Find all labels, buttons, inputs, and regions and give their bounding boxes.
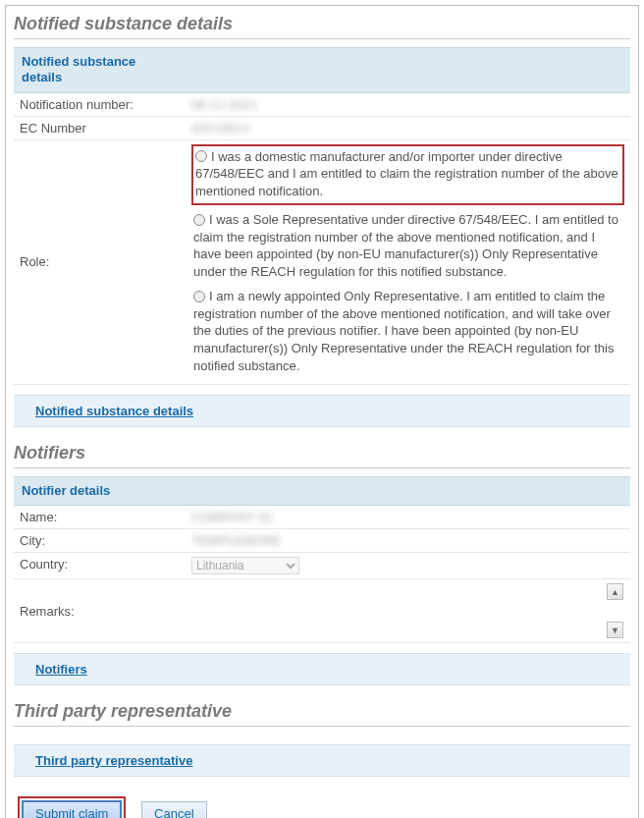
- notified-substance-details-link[interactable]: Notified substance details: [35, 404, 193, 418]
- radio-icon[interactable]: [193, 291, 205, 302]
- radio-icon[interactable]: [195, 150, 207, 162]
- role-option-text: I was a domestic manufacturer and/or imp…: [195, 149, 618, 198]
- sub-header-notifier-details: Notifier details: [14, 476, 630, 506]
- notifiers-link[interactable]: Notifiers: [35, 662, 87, 677]
- section-third-party: Third party representative Third party r…: [14, 699, 630, 777]
- cancel-button[interactable]: Cancel: [141, 801, 206, 818]
- third-party-representative-link[interactable]: Third party representative: [35, 753, 192, 768]
- remarks-scrollbar: ▲ ▼: [607, 583, 624, 638]
- section-title-notified-substance: Notified substance details: [14, 12, 630, 39]
- section-notified-substance: Notified substance details Notified subs…: [14, 12, 630, 427]
- ec-number-value: 420-050-0: [191, 121, 249, 136]
- role-options-cell: I was a domestic manufacturer and/or imp…: [186, 139, 630, 385]
- scroll-down-icon[interactable]: ▼: [607, 622, 623, 638]
- section-title-notifiers: Notifiers: [14, 441, 630, 468]
- submit-claim-highlight: Submit claim: [18, 796, 126, 818]
- ec-number-label: EC Number: [14, 116, 186, 139]
- country-select: Lithuania: [191, 557, 299, 574]
- submit-claim-button[interactable]: Submit claim: [22, 800, 122, 818]
- sub-header-row: Notified substance details: [14, 47, 630, 93]
- name-value: COMPANY 01: [191, 510, 273, 524]
- section-title-third-party: Third party representative: [14, 699, 630, 727]
- role-label: Role:: [14, 139, 186, 385]
- notifier-form: Name: COMPANY 01 City: TEMPLEMORE Countr…: [14, 506, 630, 643]
- remarks-box: ▲ ▼: [191, 583, 624, 638]
- role-option-only-representative[interactable]: I am a newly appointed Only Representati…: [191, 286, 624, 380]
- role-option-domestic-manufacturer[interactable]: I was a domestic manufacturer and/or imp…: [191, 144, 624, 206]
- scroll-up-icon[interactable]: ▲: [607, 583, 623, 600]
- name-label: Name:: [14, 506, 186, 529]
- link-bar-notifiers: Notifiers: [14, 653, 630, 685]
- link-bar-third-party: Third party representative: [14, 744, 630, 777]
- notified-substance-form: Notification number: 08-11-2021 EC Numbe…: [14, 93, 630, 386]
- city-label: City:: [14, 529, 186, 553]
- button-row: Submit claim Cancel: [14, 791, 630, 818]
- link-bar-notified-substance: Notified substance details: [14, 395, 630, 427]
- country-label: Country:: [14, 553, 186, 579]
- remarks-label: Remarks:: [14, 579, 186, 643]
- city-value: TEMPLEMORE: [191, 533, 281, 548]
- role-option-text: I am a newly appointed Only Representati…: [193, 289, 614, 372]
- section-notifiers: Notifiers Notifier details Name: COMPANY…: [14, 441, 630, 685]
- form-panel: Notified substance details Notified subs…: [5, 5, 639, 818]
- notification-number-label: Notification number:: [14, 93, 186, 117]
- sub-header-notified-substance: Notified substance details: [14, 48, 181, 92]
- role-option-sole-representative[interactable]: I was a Sole Representative under direct…: [191, 209, 624, 286]
- role-option-text: I was a Sole Representative under direct…: [193, 212, 618, 279]
- remarks-textarea[interactable]: [191, 583, 603, 638]
- notification-number-value: 08-11-2021: [191, 97, 257, 112]
- radio-icon[interactable]: [193, 214, 205, 226]
